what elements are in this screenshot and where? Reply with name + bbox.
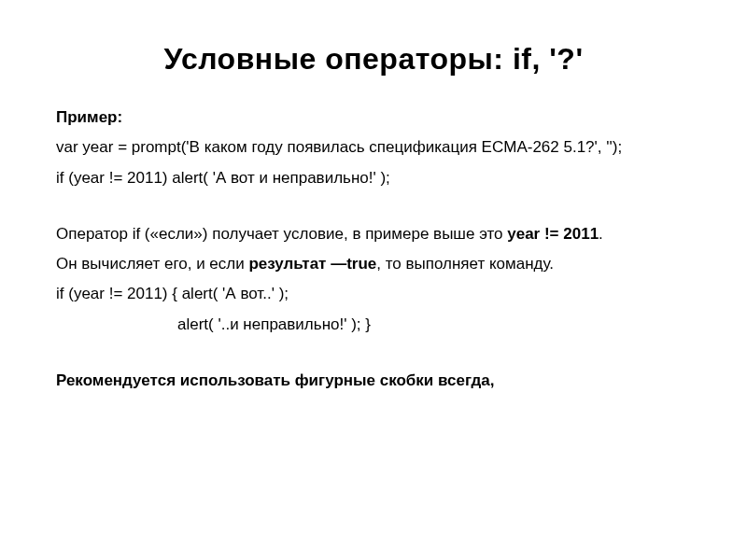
slide-content: Пример: var year = prompt('В каком году …: [56, 103, 691, 396]
example-label: Пример:: [56, 103, 691, 133]
bold-text: результат —true: [248, 255, 376, 273]
text-fragment: Он вычисляет его, и если: [56, 255, 248, 273]
code-line-3: if (year != 2011) { alert( 'А вот..' );: [56, 279, 691, 309]
bold-text: year != 2011: [507, 225, 599, 243]
code-line-1: var year = prompt('В каком году появилас…: [56, 133, 691, 162]
text-fragment: Оператор if («если») получает условие, в…: [56, 225, 507, 243]
explanation-2: Он вычисляет его, и если результат —true…: [56, 249, 691, 279]
code-line-2: if (year != 2011) alert( 'А вот и неправ…: [56, 163, 691, 193]
text-fragment: , то выполняет команду.: [376, 255, 554, 273]
code-line-4: alert( '..и неправильно!' ); }: [56, 310, 691, 340]
slide-title: Условные операторы: if, '?': [56, 42, 691, 77]
recommendation: Рекомендуется использовать фигурные скоб…: [56, 366, 691, 396]
explanation-1: Оператор if («если») получает условие, в…: [56, 219, 691, 249]
text-fragment: .: [599, 225, 603, 243]
